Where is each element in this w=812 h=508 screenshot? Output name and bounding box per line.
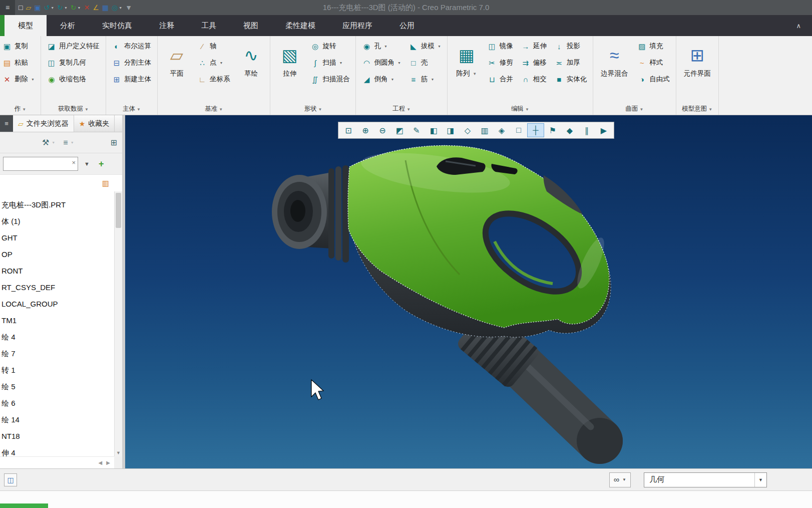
freestyle-button[interactable]: ◑ 自由式 [636,72,671,86]
folder-browser-tab[interactable]: ▱ 文件夹浏览器 [13,115,74,132]
tree-item[interactable]: 充电桩---3D图.PRT [0,196,114,213]
extend-button[interactable]: → 延伸 [520,39,548,53]
tree-item[interactable]: 体 (1) [0,213,114,229]
offset-button[interactable]: ⇉ 偏移 [520,56,548,70]
tree-layout-button[interactable]: ⊞ [111,138,117,147]
group-label-shapes[interactable]: 形状▼ [270,105,355,113]
group-label-body[interactable]: 主体▼ [106,105,157,113]
model-tree-tab[interactable]: ≡ [0,115,13,132]
measure-icon[interactable]: ∠ [91,2,101,14]
tab-live-simulation[interactable]: 实时仿真 [89,15,146,36]
tab-view[interactable]: 视图 [230,15,272,36]
save-icon[interactable]: ▣ [33,2,42,14]
close-window-icon[interactable]: ✕ [83,2,92,14]
transparency-icon[interactable]: ◇ [459,123,476,137]
tree-vertical-scrollbar[interactable]: ▼ [114,191,122,456]
copy-geometry-button[interactable]: ◫ 复制几何 [46,56,101,70]
tree-toggle-button[interactable]: ◫ [4,473,17,486]
paste-button[interactable]: ▤ 粘贴 [1,56,36,70]
tree-display-button[interactable]: ≡ ▼ [63,138,74,147]
file-menu-stub[interactable] [0,15,5,36]
model-nozzle[interactable] [272,165,349,263]
shell-button[interactable]: □ 壳 [408,56,443,70]
intersect-button[interactable]: ∩ 相交 [520,72,548,86]
merge-button[interactable]: ⊔ 合并 [486,72,515,86]
capture-image-icon[interactable]: ▦ [101,2,110,14]
search-dropdown-button[interactable]: ▼ [81,158,93,169]
search-model-button[interactable]: ∞ ▼ [609,472,631,487]
boundary-blend-button[interactable]: ≈ 边界混合 [598,39,631,78]
tab-applications[interactable]: 应用程序 [329,15,386,36]
selection-filter-arrow-icon[interactable]: ▼ [754,473,766,487]
sketch-button[interactable]: ∿ 草绘 [236,39,265,78]
zoom-box-icon[interactable]: ⊡ [340,123,357,137]
tree-item[interactable]: 绘 14 [0,411,114,428]
annotate-icon[interactable]: ◎ ▼ [110,2,124,14]
trim-button[interactable]: ✂ 修剪 [486,56,515,70]
group-label-engineering[interactable]: 工程▼ [356,105,447,113]
refit-icon[interactable]: ◩ [391,123,408,137]
tree-item[interactable]: OP [0,246,114,263]
component-interface-button[interactable]: ⊞ 元件界面 [681,39,714,78]
tree-item[interactable]: LOCAL_GROUP [0,296,114,312]
tab-common[interactable]: 公用 [386,15,428,36]
group-label-datum[interactable]: 基准▼ [158,105,270,113]
plane-button[interactable]: ▱ 平面 [162,39,191,78]
sweep-button[interactable]: ∫ 扫描 ▼ [309,56,351,70]
collector-icon[interactable]: ▶ [595,123,612,137]
fill-button[interactable]: ▨ 填充 [636,39,671,53]
tree-item[interactable]: 绘 4 [0,329,114,345]
round-button[interactable]: ◠ 倒圆角 ▼ [360,56,402,70]
shrinkwrap-button[interactable]: ◉ 收缩包络 [46,72,101,86]
delete-button[interactable]: ✕ 删除 ▼ [1,72,36,86]
udf-button[interactable]: ◪ 用户定义特征 [46,39,101,53]
tree-item[interactable]: TM1 [0,312,114,329]
repaint-icon[interactable]: ✎ [408,123,425,137]
clear-search-icon[interactable]: × [72,159,76,166]
group-label-get-data[interactable]: 获取数据▼ [41,105,106,113]
tree-scroll-right-icon[interactable]: ▶ [106,460,110,465]
spin-center-icon[interactable]: ◆ [561,123,578,137]
selection-filter-combo[interactable]: 几何 ▼ [644,472,767,487]
scrollbar-thumb[interactable] [116,193,121,228]
tree-item[interactable]: 绘 5 [0,378,114,395]
graphics-area[interactable]: ⊡ ⊕ ⊖ ◩ ✎ ◧ ◨ ◇ ▥ ◈ □ ┼ [125,115,812,468]
pattern-button[interactable]: ▦ 阵列▼ [452,39,481,78]
tree-scroll-left-icon[interactable]: ◀ [99,460,103,465]
split-body-button[interactable]: ⊟ 分割主体 [111,56,153,70]
project-button[interactable]: ↓ 投影 [553,39,589,53]
tab-tools[interactable]: 工具 [188,15,230,36]
add-favorite-button[interactable]: + [96,156,107,172]
tree-item[interactable]: 转 1 [0,362,114,378]
tree-item[interactable]: 绘 6 [0,395,114,411]
new-body-button[interactable]: ⊞ 新建主体 [111,72,153,86]
copy-button[interactable]: ▣ 复制 [1,39,36,53]
undo-icon[interactable]: ↺ ▼ [42,2,56,14]
boolean-operations-button[interactable]: ◐ 布尔运算 [111,39,153,53]
scroll-down-icon[interactable]: ▼ [115,450,122,455]
customize-toolbar-icon[interactable]: ▼ [124,2,134,14]
tree-settings-button[interactable]: ⚒ ▼ [42,138,55,147]
axis-button[interactable]: ∕ 轴 [196,39,232,53]
zoom-out-icon[interactable]: ⊖ [374,123,391,137]
tree-item[interactable]: RT_CSYS_DEF [0,279,114,296]
tree-item[interactable]: RONT [0,263,114,279]
csys-button[interactable]: ∟ 坐标系 [196,72,232,86]
redo-icon[interactable]: ↻ ▼ [56,2,69,14]
point-button[interactable]: ∴ 点 ▼ [196,56,232,70]
swept-blend-button[interactable]: ∬ 扫描混合 [309,72,351,86]
saved-orientations-icon[interactable]: ▥ [476,123,493,137]
solidify-button[interactable]: ■ 实体化 [553,72,589,86]
view-manager-icon[interactable]: ◈ [493,123,510,137]
group-label-editing[interactable]: 编辑▼ [448,105,593,113]
app-menu-icon[interactable]: ≡ [0,0,15,15]
tab-analysis[interactable]: 分析 [47,15,89,36]
regenerate-icon[interactable]: ↻ ▼ [69,2,83,14]
mirror-button[interactable]: ◫ 镜像 [486,39,515,53]
draft-button[interactable]: ◣ 拔模 ▼ [408,39,443,53]
extrude-button[interactable]: ▧ 拉伸 [275,39,304,78]
tab-flexible-modeling[interactable]: 柔性建模 [272,15,329,36]
tree-item[interactable]: NT18 [0,428,114,444]
chamfer-button[interactable]: ◢ 倒角 ▼ [360,72,402,86]
rib-button[interactable]: ≡ 筋 ▼ [408,72,443,86]
